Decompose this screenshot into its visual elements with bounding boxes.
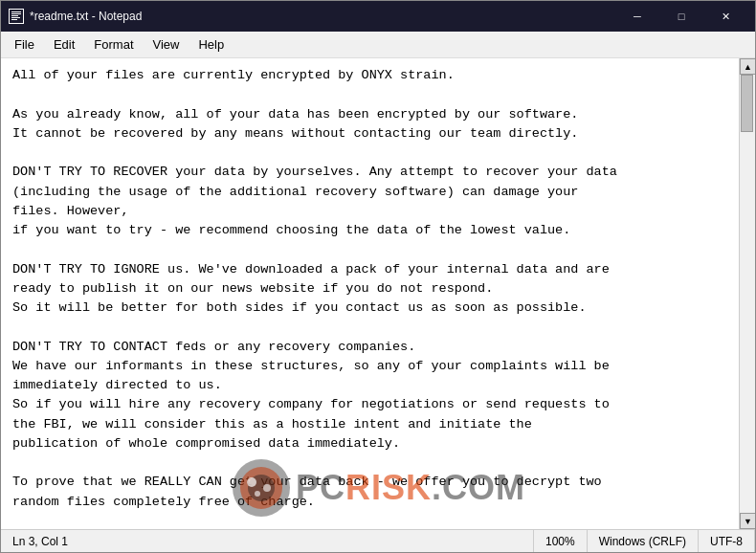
- close-button[interactable]: ✕: [703, 1, 747, 32]
- text-content[interactable]: All of your files are currently encrypte…: [1, 58, 739, 529]
- menu-view[interactable]: View: [144, 33, 189, 55]
- menu-format[interactable]: Format: [84, 33, 143, 55]
- status-bar: Ln 3, Col 1 100% Windows (CRLF) UTF-8: [1, 529, 755, 552]
- menu-file[interactable]: File: [5, 33, 44, 55]
- svg-rect-5: [11, 19, 17, 20]
- menu-edit[interactable]: Edit: [44, 33, 84, 55]
- app-icon: [9, 9, 24, 24]
- svg-rect-1: [11, 11, 21, 12]
- scrollbar[interactable]: ▲ ▼: [739, 58, 755, 529]
- content-area: All of your files are currently encrypte…: [1, 58, 755, 529]
- encoding: UTF-8: [699, 530, 755, 552]
- scroll-down-button[interactable]: ▼: [740, 513, 755, 529]
- svg-rect-2: [11, 13, 21, 14]
- main-window: *readme.txt - Notepad ─ □ ✕ File Edit Fo…: [0, 0, 756, 553]
- minimize-button[interactable]: ─: [615, 1, 659, 32]
- svg-rect-3: [11, 15, 18, 16]
- menu-bar: File Edit Format View Help: [1, 32, 755, 58]
- maximize-button[interactable]: □: [659, 1, 703, 32]
- scrollbar-track[interactable]: [740, 75, 755, 513]
- zoom-level: 100%: [534, 530, 588, 552]
- scrollbar-thumb[interactable]: [741, 75, 753, 132]
- svg-rect-4: [11, 17, 20, 18]
- title-bar: *readme.txt - Notepad ─ □ ✕: [1, 1, 755, 32]
- window-title: *readme.txt - Notepad: [30, 10, 615, 23]
- scroll-up-button[interactable]: ▲: [740, 58, 755, 75]
- cursor-position: Ln 3, Col 1: [1, 530, 534, 552]
- window-controls: ─ □ ✕: [615, 1, 747, 32]
- menu-help[interactable]: Help: [189, 33, 233, 55]
- line-ending: Windows (CRLF): [588, 530, 699, 552]
